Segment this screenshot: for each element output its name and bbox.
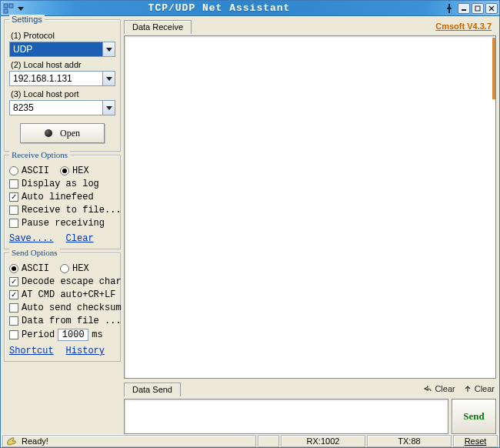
clear-label: Clear [435,384,455,393]
local-port-select[interactable]: 8235 [9,100,115,115]
svg-rect-4 [462,9,466,11]
title-bar: TCP/UDP Net Assistant [1,1,499,16]
pause-receiving-label: Pause receiving [22,218,105,229]
protocol-value: UDP [10,42,102,56]
send-ascii-label: ASCII [22,263,49,274]
receive-to-file-check[interactable] [9,206,18,215]
auto-checksum-label: Auto send checksum [22,303,122,313]
open-button[interactable]: Open [20,123,105,143]
decode-escape-check[interactable] [9,277,18,286]
period-check[interactable] [9,330,18,339]
display-as-log-label: Display as log [22,179,99,189]
data-send-textarea[interactable] [124,399,448,434]
data-receive-textarea[interactable] [124,35,496,379]
receive-options-legend: Receive Options [9,150,70,159]
auto-linefeed-label: Auto linefeed [22,192,94,202]
clear-send-right-button[interactable]: Clear [463,384,495,393]
at-cmd-check[interactable] [9,290,18,299]
hand-icon [6,436,17,446]
recv-clear-link[interactable]: Clear [66,233,94,244]
clear-send-left-button[interactable]: Clear [423,384,455,393]
local-addr-label: (2) Local host addr [11,60,115,69]
decode-escape-label: Decode escape char [22,276,122,287]
up-arrow-icon [463,384,472,393]
local-addr-select[interactable]: 192.168.1.131 [9,71,115,86]
recv-ascii-label: ASCII [22,165,49,176]
history-link[interactable]: History [66,346,105,356]
data-send-tab[interactable]: Data Send [124,383,181,396]
record-dot-icon [45,129,52,137]
recv-save-link[interactable]: Save.... [9,233,54,244]
pin-icon[interactable] [444,3,455,14]
settings-legend: Settings [9,15,45,24]
svg-marker-9 [106,77,112,81]
send-hex-label: HEX [72,263,89,274]
status-rx-cell: RX:1002 [281,435,365,447]
at-cmd-label: AT CMD auto+CR+LF [22,289,115,300]
svg-marker-10 [106,106,112,110]
settings-group: Settings (1) Protocol UDP (2) Local host… [4,19,121,152]
period-unit: ms [92,329,102,340]
scrollbar-indicator [492,38,495,99]
display-as-log-check[interactable] [9,179,18,189]
send-button-label: Send [463,410,484,423]
protocol-label: (1) Protocol [11,31,115,40]
data-from-file-check[interactable] [9,316,18,326]
data-from-file-label: Data from file ... [22,316,122,326]
period-label: Period [22,329,55,340]
undo-arrow-icon [423,384,432,393]
auto-checksum-check[interactable] [9,303,18,313]
open-button-label: Open [60,128,80,139]
svg-rect-5 [475,6,480,11]
local-port-label: (3) Local host port [11,89,115,99]
send-hex-radio[interactable] [60,264,69,273]
send-button[interactable]: Send [452,399,496,434]
window-title: TCP/UDP Net Assistant [0,2,444,14]
status-ready-cell: Ready! [2,435,256,447]
recv-ascii-radio[interactable] [9,166,18,176]
protocol-select[interactable]: UDP [9,42,115,57]
version-link[interactable]: Cmsoft V4.3.7 [435,22,492,31]
send-options-group: Send Options ASCII HEX Decode escape cha… [4,252,121,362]
svg-marker-8 [106,48,112,52]
status-spacer-cell [258,435,279,447]
local-addr-value: 192.168.1.131 [10,72,102,85]
send-ascii-radio[interactable] [9,264,18,273]
status-tx-cell: TX:88 [367,435,452,447]
send-options-legend: Send Options [9,248,60,257]
status-reset-button[interactable]: Reset [453,435,498,447]
data-receive-tab[interactable]: Data Receive [124,20,192,34]
maximize-button[interactable] [472,3,484,14]
auto-linefeed-check[interactable] [9,192,18,202]
period-input[interactable]: 1000 [58,329,88,341]
chevron-down-icon[interactable] [102,101,115,115]
chevron-down-icon[interactable] [102,42,115,56]
recv-hex-label: HEX [72,165,89,176]
receive-options-group: Receive Options ASCII HEX Display as log… [4,155,121,249]
clear-label: Clear [475,384,495,393]
pause-receiving-check[interactable] [9,219,18,228]
status-bar: Ready! RX:1002 TX:88 Reset [1,434,499,448]
close-button[interactable] [485,3,498,14]
recv-hex-radio[interactable] [60,166,69,176]
receive-to-file-label: Receive to file... [22,205,122,216]
status-ready-text: Ready! [22,436,48,446]
minimize-button[interactable] [458,3,470,14]
local-port-value: 8235 [10,101,102,115]
shortcut-link[interactable]: Shortcut [9,346,54,356]
chevron-down-icon[interactable] [102,72,115,85]
